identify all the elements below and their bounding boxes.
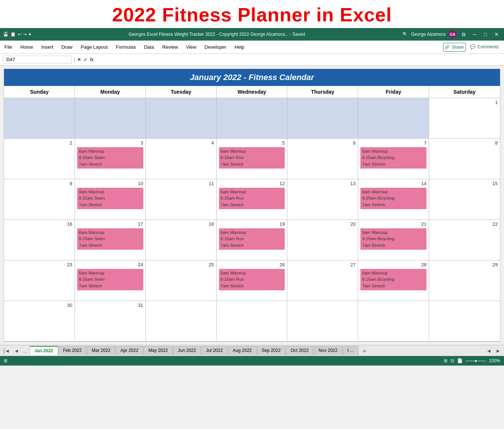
calendar-cell[interactable]: 56am Warmup 6:15am Run 7am Stretch [217, 139, 288, 179]
sheet-tab-may2022[interactable]: May 2022 [144, 346, 173, 355]
close-icon[interactable]: ✕ [492, 31, 501, 37]
function-icon[interactable]: fx [90, 57, 93, 62]
event-block[interactable]: 6am Warmup 6:15am Bicycling 7am Stretch [360, 147, 426, 169]
tab-view[interactable]: View [185, 43, 197, 51]
calendar-cell[interactable] [217, 301, 288, 342]
calendar-cell[interactable]: 8 [429, 139, 500, 179]
calendar-cell[interactable] [358, 98, 429, 139]
calendar-cell[interactable]: 266am Warmup 6:15am Run 7am Stretch [217, 260, 288, 301]
calendar-cell[interactable] [358, 301, 429, 342]
calendar-cell[interactable]: 286am Warmup 6:15am Bicycling 7am Stretc… [358, 260, 429, 301]
event-block[interactable]: 6am Warmup 6:15am Swim 7am Stretch [77, 147, 143, 169]
event-block[interactable]: 6am Warmup 6:15am Run 7am Stretch [219, 269, 285, 290]
event-block[interactable]: 6am Warmup 6:15am Swim 7am Stretch [77, 228, 143, 250]
event-block[interactable]: 6am Warmup 6:15am Bicycling 7am Stretch [360, 188, 426, 209]
cancel-icon[interactable]: ✕ [77, 57, 81, 62]
add-sheet-button[interactable]: ＋ [359, 346, 370, 355]
event-block[interactable]: 6am Warmup 6:15am Bicycling 7am Stretch [360, 228, 426, 250]
sheet-tab-aug2022[interactable]: Aug 2022 [228, 346, 256, 355]
zoom-slider[interactable]: ——●—— [466, 358, 486, 363]
formula-input[interactable] [96, 57, 501, 62]
calendar-cell[interactable]: 15 [429, 179, 500, 220]
calendar-cell[interactable]: 16 [4, 220, 75, 260]
calendar-cell[interactable]: 36am Warmup 6:15am Swim 7am Stretch [75, 139, 146, 179]
sheet-tab-i...[interactable]: I ... [343, 346, 359, 355]
calendar-cell[interactable]: 31 [75, 301, 146, 342]
calendar-cell[interactable] [4, 98, 75, 139]
event-block[interactable]: 6am Warmup 6:15am Run 7am Stretch [219, 228, 285, 250]
calendar-cell[interactable]: 2 [4, 139, 75, 179]
calendar-cell[interactable]: 22 [429, 220, 500, 260]
calendar-cell[interactable]: 18 [146, 220, 217, 260]
calendar-cell[interactable]: 25 [146, 260, 217, 301]
calendar-cell[interactable] [287, 301, 358, 342]
sheet-tab-feb2022[interactable]: Feb 2022 [58, 346, 87, 355]
tab-review[interactable]: Review [161, 43, 179, 51]
sheet-tab-oct2022[interactable]: Oct 2022 [286, 346, 313, 355]
sheet-tab-jun2022[interactable]: Jun 2022 [173, 346, 201, 355]
calendar-cell[interactable]: 176am Warmup 6:15am Swim 7am Stretch [75, 220, 146, 260]
event-block[interactable]: 6am Warmup 6:15am Run 7am Stretch [219, 147, 285, 169]
search-icon[interactable]: 🔍 [402, 32, 408, 37]
tab-pagelayout[interactable]: Page Layout [80, 43, 109, 51]
calendar-cell[interactable]: 27 [287, 260, 358, 301]
calendar-cell[interactable]: 13 [287, 179, 358, 220]
cell-reference[interactable] [3, 56, 72, 63]
calendar-cell[interactable]: 4 [146, 139, 217, 179]
tab-nav-first[interactable]: |◄ [1, 348, 12, 354]
calendar-cell[interactable] [146, 301, 217, 342]
calendar-cell[interactable]: 106am Warmup 6:15am Swim 7am Stretch [75, 179, 146, 220]
tab-home[interactable]: Home [20, 43, 34, 51]
tab-nav-scrollbar-right[interactable]: ► [494, 348, 503, 354]
calendar-cell[interactable] [429, 301, 500, 342]
comments-button[interactable]: 💬 Comments [469, 43, 500, 52]
tab-help[interactable]: Help [234, 43, 245, 51]
event-block[interactable]: 6am Warmup 6:15am Bicycling 7am Stretch [360, 269, 426, 290]
confirm-icon[interactable]: ✓ [83, 57, 88, 62]
user-avatar[interactable]: GA [449, 30, 457, 38]
calendar-cell[interactable] [287, 98, 358, 139]
dropdown-icon[interactable]: ▾ [29, 32, 31, 37]
event-block[interactable]: 6am Warmup 6:15am Run 7am Stretch [219, 188, 285, 209]
calendar-cell[interactable]: 23 [4, 260, 75, 301]
calendar-cell[interactable] [146, 98, 217, 139]
sheet-tab-mar2022[interactable]: Mar 2022 [87, 346, 115, 355]
sheet-tab-jul2022[interactable]: Jul 2022 [201, 346, 227, 355]
calendar-cell[interactable]: 146am Warmup 6:15am Bicycling 7am Stretc… [358, 179, 429, 220]
calendar-cell[interactable]: 246am Warmup 6:15am Swim 7am Stretch [75, 260, 146, 301]
calendar-cell[interactable]: 9 [4, 179, 75, 220]
maximize-icon[interactable]: □ [482, 31, 489, 37]
tab-data[interactable]: Data [143, 43, 155, 51]
calendar-cell[interactable] [75, 98, 146, 139]
calendar-cell[interactable]: 126am Warmup 6:15am Run 7am Stretch [217, 179, 288, 220]
save-icon[interactable]: 💾 [3, 32, 8, 37]
calendar-cell[interactable]: 6 [287, 139, 358, 179]
calendar-cell[interactable] [217, 98, 288, 139]
sheet-tab-nov2022[interactable]: Nov 2022 [314, 346, 342, 355]
calendar-cell[interactable]: 216am Warmup 6:15am Bicycling 7am Stretc… [358, 220, 429, 260]
share-button[interactable]: 🔗 Share [443, 43, 465, 52]
save2-icon[interactable]: 📋 [10, 32, 16, 37]
tab-nav-scrollbar-left[interactable]: ◄ [484, 348, 493, 354]
sheet-tab-sep2022[interactable]: Sep 2022 [257, 346, 285, 355]
restore-icon[interactable]: ⧉ [460, 31, 468, 38]
sheet-tab-jan2022[interactable]: Jan 2022 [30, 346, 58, 355]
redo-icon[interactable]: ↪ [23, 32, 27, 37]
calendar-cell[interactable]: 1 [429, 98, 500, 139]
calendar-cell[interactable]: 20 [287, 220, 358, 260]
calendar-cell[interactable]: 76am Warmup 6:15am Bicycling 7am Stretch [358, 139, 429, 179]
tab-developer[interactable]: Developer [204, 43, 227, 51]
tab-nav-prev[interactable]: ◄ [12, 348, 21, 354]
sheet-tab-apr2022[interactable]: Apr 2022 [116, 346, 143, 355]
view-page[interactable]: 📄 [457, 358, 463, 363]
event-block[interactable]: 6am Warmup 6:15am Swim 7am Stretch [77, 269, 143, 290]
calendar-cell[interactable]: 30 [4, 301, 75, 342]
view-normal[interactable]: ⊞ [444, 358, 448, 363]
view-pagebreak[interactable]: ⊟ [450, 358, 454, 363]
tab-file[interactable]: File [4, 43, 13, 51]
tab-insert[interactable]: Insert [41, 43, 54, 51]
minimize-icon[interactable]: ─ [471, 31, 479, 37]
calendar-cell[interactable]: 11 [146, 179, 217, 220]
calendar-cell[interactable]: 29 [429, 260, 500, 301]
tab-draw[interactable]: Draw [61, 43, 73, 51]
